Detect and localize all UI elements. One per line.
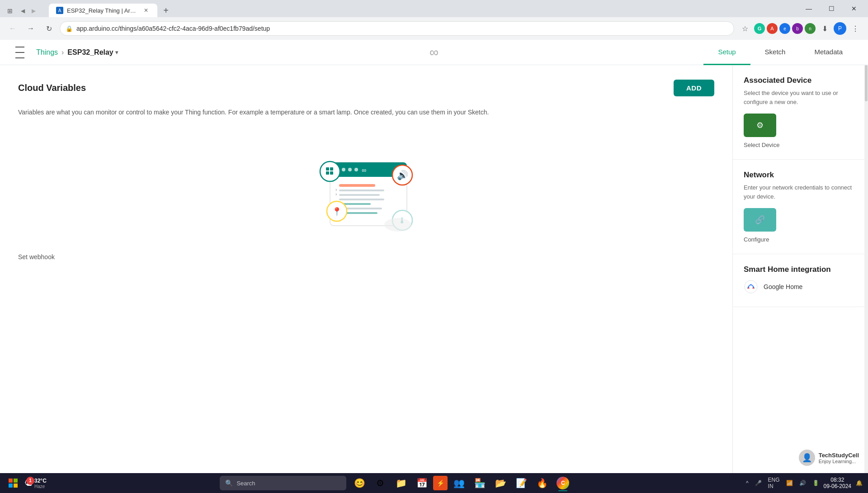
tab-favicon: A — [56, 7, 63, 14]
ext-icon-3: n — [805, 23, 816, 34]
left-panel: Cloud Variables ADD Variables are what y… — [0, 65, 732, 473]
breadcrumb-current-item: ESP32_Relay ▾ — [67, 48, 118, 57]
select-device-label: Select Device — [744, 142, 779, 148]
ext-icon-1: e — [779, 23, 790, 34]
svg-rect-30 — [9, 479, 13, 483]
svg-rect-32 — [9, 484, 13, 488]
breadcrumb-dropdown-arrow[interactable]: ▾ — [115, 49, 118, 56]
google-home-item[interactable]: Google Home — [744, 278, 854, 296]
taskbar-calendar[interactable]: 📅 — [412, 474, 431, 492]
grammarly-icon: G — [754, 23, 765, 34]
lock-icon: 🔒 — [66, 25, 73, 32]
browser-tab[interactable]: A ESP32_Relay Thing | Arduino C... ✕ — [49, 4, 157, 17]
taskbar-files[interactable]: 📂 — [491, 474, 510, 492]
breadcrumb-things-link[interactable]: Things — [36, 48, 58, 57]
svg-point-6 — [354, 168, 358, 171]
network-section: Network Enter your network credentials t… — [733, 160, 864, 254]
taskbar-app1[interactable]: ⚡ — [433, 476, 448, 490]
right-panel: Associated Device Select the device you … — [732, 65, 864, 473]
svg-point-27 — [384, 218, 411, 232]
smart-home-title: Smart Home integration — [744, 265, 854, 274]
set-webhook-link[interactable]: Set webhook — [18, 253, 55, 261]
taskbar-lang[interactable]: ENG IN — [766, 476, 782, 490]
tab-sketch[interactable]: Sketch — [750, 40, 800, 65]
taskbar-notes[interactable]: 📝 — [512, 474, 531, 492]
svg-rect-9 — [339, 194, 380, 196]
taskbar-emoji[interactable]: 😊 — [350, 474, 369, 492]
right-panel-scrollbar[interactable] — [864, 65, 868, 473]
configure-label: Configure — [744, 236, 769, 243]
menu-button[interactable]: ⋮ — [848, 21, 863, 36]
header-tabs: Setup Sketch Metadata — [703, 40, 857, 65]
add-variable-button[interactable]: ADD — [674, 80, 714, 96]
select-device-button[interactable]: ⚙ — [744, 114, 776, 137]
svg-rect-31 — [14, 479, 18, 483]
watermark-line2: Enjoy Learning... — [819, 459, 859, 464]
svg-rect-18 — [330, 167, 333, 171]
taskbar-chevron[interactable]: ^ — [744, 479, 750, 487]
watermark-line1: TechStudyCell — [819, 452, 859, 459]
svg-point-5 — [348, 168, 352, 171]
search-text: Search — [236, 480, 255, 487]
back-button[interactable]: ← — [5, 21, 20, 36]
svg-rect-17 — [326, 167, 329, 171]
chrome-forward: ▶ — [29, 6, 38, 15]
svg-point-16 — [320, 161, 340, 181]
svg-rect-33 — [14, 484, 18, 488]
window-icon[interactable]: ⊞ — [4, 5, 16, 17]
download-icon[interactable]: ⬇ — [817, 21, 832, 36]
address-bar[interactable]: 🔒 app.arduino.cc/things/a60a5642-cfc2-4a… — [60, 21, 734, 36]
breadcrumb: Things › ESP32_Relay ▾ — [36, 48, 118, 57]
weather-widget[interactable]: 🌤 1 32°C Haze — [24, 478, 47, 489]
maximize-button[interactable]: ☐ — [821, 1, 842, 16]
profile-icon[interactable]: P — [834, 22, 846, 35]
taskbar-store[interactable]: 🏪 — [470, 474, 489, 492]
tab-title: ESP32_Relay Thing | Arduino C... — [67, 7, 138, 14]
new-tab-button[interactable]: + — [159, 4, 173, 17]
configure-button[interactable]: 🔗 — [744, 208, 776, 232]
taskbar-wifi[interactable]: 📶 — [784, 479, 795, 487]
minimize-button[interactable]: — — [798, 1, 819, 16]
taskbar-mic[interactable]: 🎤 — [753, 479, 764, 487]
taskbar-explorer[interactable]: 📁 — [392, 474, 410, 492]
svg-rect-19 — [326, 171, 329, 175]
taskbar-chrome[interactable]: C — [553, 474, 572, 492]
taskbar-teams[interactable]: 👥 — [449, 474, 468, 492]
illustration: ∞ › › — [18, 135, 714, 253]
svg-text:📍: 📍 — [332, 207, 342, 217]
taskbar-settings[interactable]: ⚙ — [371, 474, 390, 492]
cloud-variables-title: Cloud Variables — [18, 83, 86, 93]
svg-text:∞: ∞ — [362, 166, 366, 174]
bookmark-button[interactable]: ☆ — [738, 21, 752, 36]
windows-start-button[interactable] — [4, 474, 23, 492]
description-text: Variables are what you can monitor or co… — [18, 107, 714, 117]
taskbar-search[interactable]: 🔍 Search — [220, 476, 346, 490]
taskbar-clock[interactable]: 08:32 09-06-2024 — [824, 477, 851, 489]
svg-point-29 — [749, 285, 753, 289]
google-home-icon — [744, 280, 758, 294]
url-text: app.arduino.cc/things/a60a5642-cfc2-4aca… — [76, 25, 728, 32]
svg-rect-10 — [339, 199, 384, 200]
taskbar-notification[interactable]: 🔔 — [854, 479, 864, 487]
watermark: 👤 TechStudyCell Enjoy Learning... — [799, 450, 859, 466]
arduino-logo: ∞ — [429, 45, 439, 60]
associated-device-section: Associated Device Select the device you … — [733, 65, 864, 160]
tab-close-button[interactable]: ✕ — [142, 6, 150, 14]
google-home-label: Google Home — [764, 283, 802, 290]
svg-rect-8 — [339, 190, 384, 191]
tab-metadata[interactable]: Metadata — [800, 40, 857, 65]
associated-device-desc: Select the device you want to use or con… — [744, 89, 854, 106]
taskbar: 🌤 1 32°C Haze 🔍 Search 😊 ⚙ 📁 📅 ⚡ 👥 🏪 📂 📝 — [0, 473, 868, 493]
search-icon: 🔍 — [225, 479, 233, 487]
reload-button[interactable]: ↻ — [42, 21, 56, 36]
forward-button[interactable]: → — [24, 21, 38, 36]
acrobat-icon: A — [767, 23, 778, 34]
svg-text:🔊: 🔊 — [397, 170, 408, 180]
network-desc: Enter your network credentials to connec… — [744, 183, 854, 201]
close-button[interactable]: ✕ — [844, 1, 864, 16]
taskbar-volume[interactable]: 🔊 — [797, 479, 808, 487]
taskbar-flame[interactable]: 🔥 — [533, 474, 552, 492]
taskbar-battery[interactable]: 🔋 — [811, 479, 821, 487]
tab-setup[interactable]: Setup — [703, 40, 750, 65]
hamburger-menu[interactable] — [11, 43, 29, 62]
